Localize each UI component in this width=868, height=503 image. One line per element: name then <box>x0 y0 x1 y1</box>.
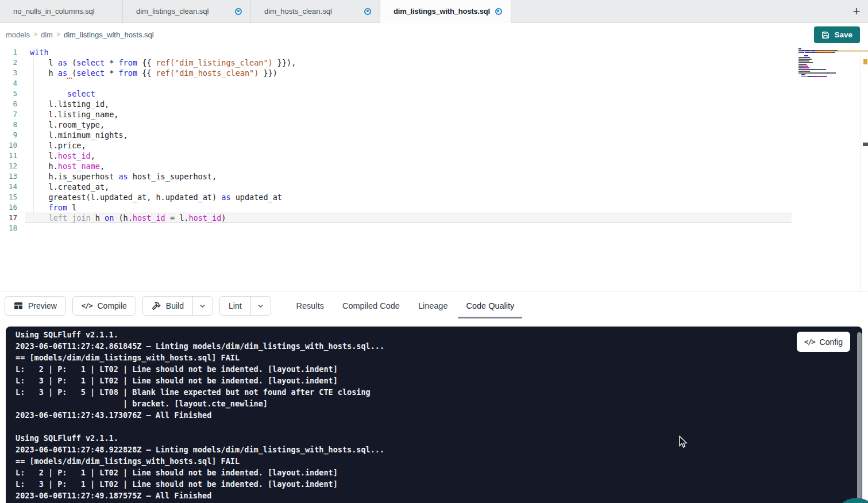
line-number: 3 <box>0 68 17 78</box>
line-number: 4 <box>0 78 17 89</box>
minimap-line <box>798 78 861 79</box>
line-number: 9 <box>0 130 17 140</box>
code-line-text[interactable]: l.created_at, <box>25 182 792 192</box>
line-number: 6 <box>0 99 17 109</box>
code-line-text[interactable]: left join h on (h.host_id = l.host_id) <box>25 213 792 223</box>
editor-tab[interactable]: dim_hosts_clean.sql <box>251 0 380 22</box>
console-scrollbar[interactable] <box>857 332 862 503</box>
results-tab-group: ResultsCompiled CodeLineageCode Quality <box>287 291 524 321</box>
code-line-text[interactable]: l.room_type, <box>25 120 792 130</box>
code-line-text[interactable]: l.listing_id, <box>25 99 792 109</box>
lint-split-button: Lint <box>219 296 271 316</box>
config-button[interactable]: </> Config <box>797 332 850 352</box>
modified-dot-icon <box>495 8 502 15</box>
editor-tab[interactable]: dim_listings_with_hosts.sql <box>380 0 511 23</box>
line-number: 5 <box>0 89 17 99</box>
new-tab-button[interactable]: + <box>848 3 865 20</box>
build-dropdown-button[interactable] <box>192 297 213 315</box>
lint-console-output: Using SQLFluff v2.1.1. 2023-06-06T11:27:… <box>16 329 384 501</box>
code-line-text[interactable]: l.price, <box>25 140 792 151</box>
file-header: models>dim>dim_listings_with_hosts.sql S… <box>0 23 868 46</box>
code-line: 3 h as (select * from {{ ref("dim_hosts_… <box>0 68 792 78</box>
code-line: 16 from l <box>0 202 792 213</box>
code-line-text[interactable] <box>25 223 792 233</box>
minimap[interactable] <box>798 48 861 79</box>
line-number: 10 <box>0 140 17 151</box>
code-line-text[interactable]: from l <box>25 202 792 213</box>
build-button-label: Build <box>166 301 184 310</box>
editor-tab[interactable]: no_nulls_in_columns.sql <box>0 0 123 22</box>
overview-ruler-separator <box>861 46 861 291</box>
indent-guide <box>33 57 34 213</box>
editor-tab[interactable]: dim_listings_clean.sql <box>123 0 251 22</box>
compile-button-label: Compile <box>97 301 126 310</box>
line-number: 15 <box>0 192 17 202</box>
code-line: 2 l as (select * from {{ ref("dim_listin… <box>0 57 792 68</box>
editor-tab-label: dim_listings_clean.sql <box>136 7 209 16</box>
code-line: 9 l.minimum_nights, <box>0 130 792 140</box>
tab-code-quality[interactable]: Code Quality <box>457 291 523 321</box>
editor-tab-bar: no_nulls_in_columns.sqldim_listings_clea… <box>0 0 868 23</box>
preview-button-label: Preview <box>28 301 57 310</box>
line-number: 16 <box>0 202 17 213</box>
preview-button[interactable]: Preview <box>5 296 66 316</box>
lint-button[interactable]: Lint <box>220 297 250 315</box>
line-number: 11 <box>0 151 17 161</box>
chevron-down-icon <box>199 302 206 310</box>
breadcrumb-item: dim <box>41 30 53 39</box>
code-line-text[interactable]: l.listing_name, <box>25 109 792 120</box>
code-brackets-icon: </> <box>82 302 92 310</box>
overview-ruler-lint-mark <box>863 59 867 64</box>
chevron-down-icon <box>257 302 264 310</box>
breadcrumb: models>dim>dim_listings_with_hosts.sql <box>6 30 154 39</box>
breadcrumb-item: dim_listings_with_hosts.sql <box>64 30 154 39</box>
code-line-text[interactable]: h.host_name, <box>25 161 792 171</box>
code-line: 11 l.host_id, <box>0 151 792 161</box>
lint-dropdown-button[interactable] <box>250 297 271 315</box>
action-button-group: Preview </> Compile Build <box>5 296 271 316</box>
code-line-text[interactable]: greatest(l.updated_at, h.updated_at) as … <box>25 192 792 202</box>
code-line: 6 l.listing_id, <box>0 99 792 109</box>
plus-icon: + <box>853 4 861 18</box>
code-line-text[interactable]: with <box>25 47 792 57</box>
breadcrumb-item: models <box>6 30 30 39</box>
code-line-text[interactable]: l as (select * from {{ ref("dim_listings… <box>25 57 792 68</box>
code-line: 10 l.price, <box>0 140 792 151</box>
code-line: 17 left join h on (h.host_id = l.host_id… <box>0 213 792 223</box>
tab-lineage[interactable]: Lineage <box>409 291 457 321</box>
code-line-text[interactable]: h as (select * from {{ ref("dim_hosts_cl… <box>25 68 792 78</box>
line-number: 17 <box>0 213 17 223</box>
save-button-label: Save <box>834 30 852 39</box>
config-button-label: Config <box>820 337 843 347</box>
modified-dot-icon <box>364 8 371 15</box>
save-button[interactable]: Save <box>814 26 860 43</box>
line-number: 1 <box>0 47 17 57</box>
code-line: 12 h.host_name, <box>0 161 792 171</box>
compile-button[interactable]: </> Compile <box>72 296 136 316</box>
code-line: 18 <box>0 223 792 233</box>
code-line: 14 l.created_at, <box>0 182 792 192</box>
line-number: 7 <box>0 109 17 120</box>
code-lines: 1with2 l as (select * from {{ ref("dim_l… <box>0 47 792 233</box>
lint-button-label: Lint <box>229 301 242 310</box>
line-number: 13 <box>0 171 17 182</box>
line-number: 8 <box>0 120 17 130</box>
code-line: 5 select <box>0 89 792 99</box>
line-number: 18 <box>0 223 17 233</box>
build-button[interactable]: Build <box>143 297 192 315</box>
tab-results[interactable]: Results <box>287 291 333 321</box>
editor-tab-label: no_nulls_in_columns.sql <box>13 7 95 16</box>
line-number: 12 <box>0 161 17 171</box>
code-line-text[interactable]: l.host_id, <box>25 151 792 161</box>
code-line-text[interactable]: h.is_superhost as host_is_superhost, <box>25 171 792 182</box>
chevron-right-icon: > <box>33 30 37 39</box>
code-line-text[interactable]: select <box>25 89 792 99</box>
code-editor[interactable]: 1with2 l as (select * from {{ ref("dim_l… <box>0 46 868 291</box>
code-line: 4 <box>0 78 792 89</box>
editor-tab-label: dim_listings_with_hosts.sql <box>394 7 490 16</box>
tab-compiled-code[interactable]: Compiled Code <box>333 291 409 321</box>
code-line-text[interactable] <box>25 78 792 89</box>
code-line: 15 greatest(l.updated_at, h.updated_at) … <box>0 192 792 202</box>
code-line-text[interactable]: l.minimum_nights, <box>25 130 792 140</box>
line-number: 14 <box>0 182 17 192</box>
